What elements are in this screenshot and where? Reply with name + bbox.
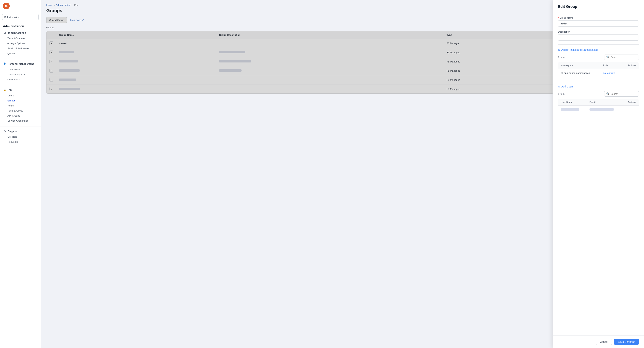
sidebar-group-header-personal-management[interactable]: 👤 Personal Management (0, 61, 41, 67)
cell-group-description (216, 66, 444, 75)
sidebar-item-my-namespaces[interactable]: My Namespaces (0, 72, 41, 77)
sidebar-item-get-help[interactable]: Get Help (0, 134, 41, 139)
sidebar-item-roles[interactable]: Roles (0, 103, 41, 108)
cell-email (587, 106, 622, 114)
sidebar-group-header-support[interactable]: ⊙ Support (0, 128, 41, 134)
cancel-button[interactable]: Cancel (596, 339, 612, 345)
row-actions-button[interactable]: ··· (632, 71, 636, 75)
col-user-actions: Actions (622, 99, 638, 106)
search-icon-users: 🔍 (606, 92, 610, 95)
support-icon: ⊙ (3, 129, 6, 133)
table-row: all application namespaces aa-test-role … (558, 69, 639, 77)
sidebar-item-login-options[interactable]: Login Options (0, 41, 41, 46)
breadcrumb-home[interactable]: Home (46, 4, 53, 6)
cell-group-description (216, 48, 444, 57)
group-name-label: * Group Name (558, 16, 639, 19)
support-label: Support (8, 130, 17, 133)
table-row: › aa-test F5 Managed 1 (46, 39, 638, 48)
sidebar-item-tenant-overview[interactable]: Tenant Overview (0, 36, 41, 41)
table-row: › F5 Managed 7 (46, 84, 638, 94)
sidebar-group-personal-management: 👤 Personal Management My Account My Name… (0, 61, 41, 82)
description-label: Description (558, 30, 639, 33)
save-changes-button[interactable]: Save Changes (614, 339, 639, 345)
groups-table-container: Group Name Group Description Type Users … (46, 31, 639, 94)
items-count: 6 items (46, 26, 639, 29)
service-select-dropdown[interactable]: Select service ▾ (2, 14, 39, 20)
toolbar: ⊕ Add Group Tech Docs ↗ (46, 17, 639, 23)
users-table-body: ··· (558, 106, 639, 114)
col-username: User Name (558, 99, 587, 106)
sidebar-group-header-iam[interactable]: 🔒 IAM (0, 87, 41, 93)
cell-group-description (216, 39, 444, 48)
cell-group-name (56, 48, 216, 57)
sidebar-item-my-account[interactable]: My Account (0, 67, 41, 72)
cell-type: F5 Managed (444, 48, 562, 57)
cell-group-description (216, 75, 444, 84)
sidebar-group-header-tenant-settings[interactable]: ⊞ Tenant Settings (0, 29, 41, 36)
add-users-button[interactable]: ⊕ Add Users (558, 85, 574, 88)
f5-logo: f5 (3, 2, 10, 9)
assign-roles-button[interactable]: ⊕ Assign Roles and Namespaces (558, 48, 598, 51)
sidebar-item-api-groups[interactable]: API Groups (0, 113, 41, 118)
external-link-icon: ↗ (82, 19, 84, 21)
expand-row-btn[interactable]: › (50, 87, 53, 91)
tech-docs-link[interactable]: Tech Docs ↗ (70, 19, 84, 21)
tenant-settings-label: Tenant Settings (8, 31, 26, 34)
cell-actions: ··· (622, 69, 638, 77)
main-content-area: Home › Administration › IAM Groups ⊕ Add… (41, 0, 644, 348)
users-table: User Name Email Actions ··· (558, 99, 639, 114)
sidebar-item-credentials[interactable]: Credentials (0, 77, 41, 82)
cell-type: F5 Managed (444, 75, 562, 84)
group-name-input[interactable] (558, 20, 639, 27)
roles-search-input[interactable] (610, 56, 637, 58)
breadcrumb: Home › Administration › IAM (46, 4, 639, 6)
cell-type: F5 Managed (444, 84, 562, 94)
expand-row-btn[interactable]: › (50, 50, 53, 54)
cell-type: F5 Managed (444, 66, 562, 75)
divider-3 (0, 126, 41, 126)
sidebar-item-tenant-access[interactable]: Tenant Access (0, 108, 41, 113)
cell-group-name (56, 84, 216, 94)
edit-group-panel: Edit Group * Group Name Description ⊕ As… (552, 0, 644, 348)
users-search-input[interactable] (610, 92, 637, 95)
cell-group-description (216, 57, 444, 66)
sidebar-item-public-ip-addresses[interactable]: Public IP Addresses (0, 46, 41, 51)
col-namespace: Namespace (558, 62, 600, 69)
sidebar-item-service-credentials[interactable]: Service Credentials (0, 118, 41, 123)
breadcrumb-administration[interactable]: Administration (56, 4, 71, 6)
expand-row-btn[interactable]: › (50, 78, 53, 82)
table-row: ··· (558, 106, 639, 114)
user-icon: 👤 (3, 62, 6, 65)
roles-table-header: Namespace Role Actions (558, 62, 639, 69)
roles-search-wrap: 🔍 (604, 54, 639, 60)
role-link[interactable]: aa-test-role (603, 72, 616, 74)
cell-group-name (56, 57, 216, 66)
cell-role: aa-test-role (600, 69, 622, 77)
groups-table: Group Name Group Description Type Users … (46, 31, 638, 93)
expand-row-btn[interactable]: › (50, 69, 53, 72)
cell-type: F5 Managed (444, 39, 562, 48)
users-search-wrap: 🔍 (604, 91, 639, 97)
form-group-description: Description (558, 30, 639, 41)
cell-type: F5 Managed (444, 57, 562, 66)
cell-username (558, 106, 587, 114)
table-row: › F5 Managed 1 (46, 48, 638, 57)
service-select-label: Select service (4, 16, 20, 18)
table-row: › F5 Managed 7 (46, 75, 638, 84)
sidebar-item-groups[interactable]: Groups (0, 98, 41, 103)
user-row-actions-button[interactable]: ··· (632, 108, 636, 112)
divider-1 (0, 59, 41, 59)
description-input[interactable] (558, 34, 639, 41)
sidebar-item-quotas[interactable]: Quotas (0, 51, 41, 56)
add-group-button[interactable]: ⊕ Add Group (46, 17, 67, 23)
expand-row-btn[interactable]: › (50, 41, 53, 45)
required-asterisk: * (558, 16, 560, 19)
sidebar-item-users[interactable]: Users (0, 93, 41, 98)
plus-icon: ⊕ (49, 19, 51, 21)
expand-row-btn[interactable]: › (50, 60, 53, 63)
users-count: 1 item (558, 92, 564, 95)
chevron-down-icon: ▾ (35, 16, 36, 18)
sidebar-item-requests[interactable]: Requests (0, 139, 41, 144)
sidebar-group-tenant-settings: ⊞ Tenant Settings Tenant Overview Login … (0, 29, 41, 56)
form-group-name: * Group Name (558, 16, 639, 27)
